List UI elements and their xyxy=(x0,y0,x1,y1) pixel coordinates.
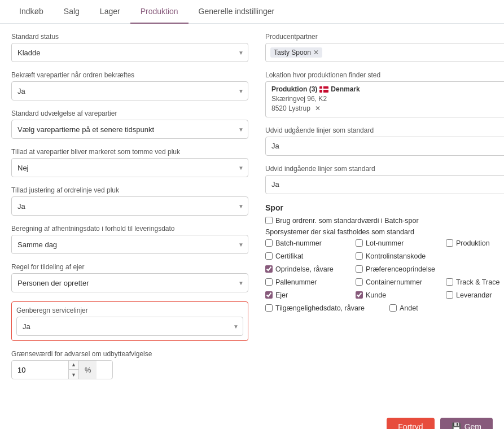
leverandoer-label[interactable]: Leverandør xyxy=(446,291,504,299)
kunde-label[interactable]: Kunde xyxy=(356,291,446,299)
batch-nummer-text: Batch-nummer xyxy=(275,239,322,247)
oprindelse-raavare-label[interactable]: Oprindelse, råvare xyxy=(265,265,356,273)
batch-nummer-checkbox[interactable] xyxy=(265,239,273,247)
brug-ordrenr-text: Brug ordrenr. som standardværdi i Batch-… xyxy=(275,217,419,225)
regel-ejer-field: Regel for tildeling af ejer Personen der… xyxy=(11,263,248,292)
right-column: Producentpartner Tasty Spoon ✕ + Lokatio… xyxy=(260,33,504,388)
graensevaerdi-stepper: ▲ ▼ xyxy=(68,360,78,379)
andet-checkbox[interactable] xyxy=(389,304,397,312)
batch-nummer-label[interactable]: Batch-nummer xyxy=(265,239,356,247)
praeferenceoprindelse-text: Præferenceoprindelse xyxy=(366,265,435,273)
checkbox-row-2: Certifikat Kontrolinstanskode xyxy=(265,252,504,262)
containernummer-label[interactable]: Containernummer xyxy=(356,278,446,286)
ejer-label[interactable]: Ejer xyxy=(265,291,356,299)
tillad-tomme-select[interactable]: Nej Ja xyxy=(11,158,248,177)
lokation-box: Produktion (3) Denmark Skæringvej 96, K2… xyxy=(265,81,504,117)
tabs-bar: Indkøb Salg Lager Produktion Generelle i… xyxy=(0,0,504,24)
lokation-country: Denmark xyxy=(331,85,360,93)
kontrolinstanskode-checkbox[interactable] xyxy=(356,252,363,260)
tilgaengelighed-text: Tilgængelighedsdato, råvare xyxy=(275,304,365,312)
certifikat-checkbox[interactable] xyxy=(265,252,273,260)
tag-remove-icon[interactable]: ✕ xyxy=(313,49,319,56)
genberegn-select[interactable]: Ja Nej xyxy=(16,317,243,336)
spor-title: Spor xyxy=(265,203,504,212)
lokation-input-row: Produktion (3) Denmark Skæringvej 96, K2… xyxy=(265,81,504,117)
tab-produktion[interactable]: Produktion xyxy=(130,0,189,24)
lokation-remove-icon[interactable]: ✕ xyxy=(315,104,321,112)
tilgaengelighed-checkbox[interactable] xyxy=(265,304,273,312)
lot-nummer-checkbox[interactable] xyxy=(356,239,363,247)
leverandoer-text: Leverandør xyxy=(456,291,492,299)
lot-nummer-label[interactable]: Lot-nummer xyxy=(356,239,446,247)
tab-indkob[interactable]: Indkøb xyxy=(9,0,54,24)
genberegn-label: Genberegn servicelinjer xyxy=(16,307,243,314)
track-trace-label[interactable]: Track & Trace xyxy=(446,278,504,286)
percent-badge: % xyxy=(78,361,97,379)
regel-ejer-select[interactable]: Personen der opretter Ingen xyxy=(11,273,248,292)
tab-salg[interactable]: Salg xyxy=(54,0,90,24)
lot-nummer-text: Lot-nummer xyxy=(366,239,404,247)
tillad-justering-select[interactable]: Ja Nej xyxy=(11,196,248,216)
udvid-indgaende-label: Udvid indgående linjer som standard xyxy=(265,165,504,173)
discard-button[interactable]: Fortryd xyxy=(387,418,434,429)
tillad-tomme-select-wrapper: Nej Ja ▼ xyxy=(11,158,248,177)
producentpartner-tags-input[interactable]: Tasty Spoon ✕ xyxy=(265,43,504,62)
checkbox-row-4: Pallenummer Containernummer Track & Trac… xyxy=(265,278,504,288)
graensevaerdi-input[interactable] xyxy=(12,362,68,378)
standard-udvaelgelse-select-wrapper: Vælg varepartierne på et senere tidspunk… xyxy=(11,120,248,139)
kunde-checkbox[interactable] xyxy=(356,291,363,299)
produktion-checkbox-label[interactable]: Produktion xyxy=(446,239,504,247)
beregning-select[interactable]: Samme dag Næste dag xyxy=(11,235,248,254)
pallenummer-checkbox[interactable] xyxy=(265,278,273,286)
kontrolinstanskode-text: Kontrolinstanskode xyxy=(366,252,426,260)
brug-ordrenr-checkbox[interactable] xyxy=(265,217,273,224)
checkbox-row-6: Tilgængelighedsdato, råvare Andet xyxy=(265,304,504,314)
brug-ordrenr-label[interactable]: Brug ordrenr. som standardværdi i Batch-… xyxy=(265,217,419,225)
bekraeft-label: Bekræft varepartier når ordren bekræftes xyxy=(11,71,248,79)
containernummer-text: Containernummer xyxy=(366,278,422,286)
andet-text: Andet xyxy=(400,304,418,312)
producentpartner-label: Producentpartner xyxy=(265,33,504,41)
tab-lager[interactable]: Lager xyxy=(90,0,130,24)
lokation-title: Produktion (3) Denmark xyxy=(271,85,504,93)
certifikat-label[interactable]: Certifikat xyxy=(265,252,356,260)
producentpartner-tags-row: Tasty Spoon ✕ + xyxy=(265,43,504,62)
stepper-up-button[interactable]: ▲ xyxy=(69,360,78,370)
bekraeft-select[interactable]: Ja Nej xyxy=(11,81,248,100)
kontrolinstanskode-label[interactable]: Kontrolinstanskode xyxy=(356,252,446,260)
praeferenceoprindelse-checkbox[interactable] xyxy=(356,265,363,273)
produktion-checkbox-text: Produktion xyxy=(456,239,490,247)
track-trace-checkbox[interactable] xyxy=(446,278,453,286)
checkbox-row-1: Batch-nummer Lot-nummer Produktion xyxy=(265,239,504,249)
producentpartner-field: Producentpartner Tasty Spoon ✕ + xyxy=(265,33,504,62)
pallenummer-text: Pallenummer xyxy=(275,278,317,286)
brug-ordrenr-row: Brug ordrenr. som standardværdi i Batch-… xyxy=(265,217,504,225)
pallenummer-label[interactable]: Pallenummer xyxy=(265,278,356,286)
beregning-select-wrapper: Samme dag Næste dag ▼ xyxy=(11,235,248,254)
udvid-indgaende-field: Udvid indgående linjer som standard Ja N… xyxy=(265,165,504,194)
genberegn-field: Genberegn servicelinjer Ja Nej ▼ xyxy=(11,301,248,341)
standard-status-select[interactable]: Kladde Bekræftet xyxy=(11,43,248,62)
udvid-indgaende-select[interactable]: Ja Nej xyxy=(265,175,504,194)
containernummer-checkbox[interactable] xyxy=(356,278,363,286)
leverandoer-checkbox[interactable] xyxy=(446,291,453,299)
tag-label: Tasty Spoon xyxy=(274,49,311,56)
praeferenceoprindelse-label[interactable]: Præferenceoprindelse xyxy=(356,265,446,273)
tillad-tomme-label: Tillad at varepartier bliver markeret so… xyxy=(11,148,248,156)
sporsystemer-label: Sporsystemer der skal fastholdes som sta… xyxy=(265,228,504,236)
andet-label[interactable]: Andet xyxy=(389,304,480,312)
produktion-checkbox[interactable] xyxy=(446,239,453,247)
regel-ejer-label: Regel for tildeling af ejer xyxy=(11,263,248,271)
tasty-spoon-tag: Tasty Spoon ✕ xyxy=(270,47,322,58)
tilgaengelighed-label[interactable]: Tilgængelighedsdato, råvare xyxy=(265,304,389,312)
tab-generelle[interactable]: Generelle indstillinger xyxy=(189,0,285,24)
tillad-justering-field: Tillad justering af ordrelinje ved pluk … xyxy=(11,186,248,216)
stepper-down-button[interactable]: ▼ xyxy=(69,370,78,379)
udvid-udgaende-select[interactable]: Ja Nej xyxy=(265,137,504,156)
save-button[interactable]: 💾 Gem xyxy=(440,418,493,429)
ejer-checkbox[interactable] xyxy=(265,291,273,299)
left-column: Standard status Kladde Bekræftet ▼ Bekræ… xyxy=(11,33,260,388)
oprindelse-raavare-checkbox[interactable] xyxy=(265,265,273,273)
standard-udvaelgelse-select[interactable]: Vælg varepartierne på et senere tidspunk… xyxy=(11,120,248,139)
graensevaerdi-input-wrapper: ▲ ▼ % xyxy=(11,360,113,379)
